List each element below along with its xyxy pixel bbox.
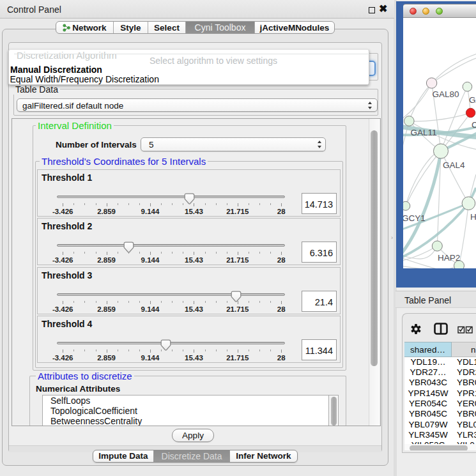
svg-text:GAL11: GAL11	[411, 128, 437, 137]
svg-text:H: H	[470, 212, 476, 222]
svg-text:GCY1: GCY1	[403, 213, 426, 223]
svg-text:GAL4: GAL4	[443, 160, 465, 170]
svg-text:GAL80: GAL80	[433, 89, 459, 99]
svg-text:HAP2: HAP2	[438, 253, 460, 263]
svg-text:C: C	[472, 120, 476, 130]
svg-text:GA: GA	[469, 95, 476, 105]
